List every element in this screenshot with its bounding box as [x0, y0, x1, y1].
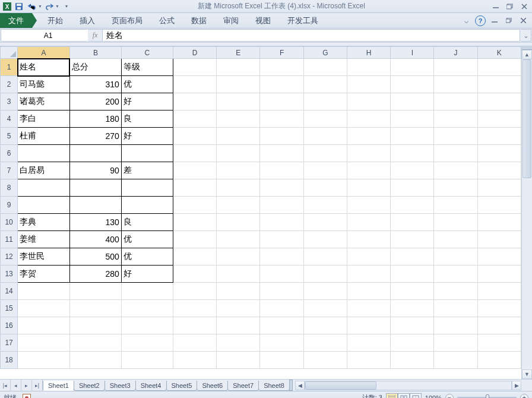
cell-D14[interactable] — [173, 283, 216, 300]
cell-A18[interactable] — [18, 352, 70, 369]
cell-A17[interactable] — [18, 334, 70, 352]
cell-G8[interactable] — [303, 179, 347, 197]
cell-B3[interactable]: 200 — [69, 93, 121, 110]
cell-I4[interactable] — [391, 110, 434, 128]
cell-K18[interactable] — [477, 352, 521, 369]
col-header-C[interactable]: C — [121, 47, 173, 59]
cell-C4[interactable]: 良 — [121, 110, 173, 128]
cell-D18[interactable] — [173, 352, 216, 369]
cell-D7[interactable] — [173, 162, 216, 179]
cell-J9[interactable] — [434, 197, 477, 214]
cell-E13[interactable] — [217, 266, 260, 283]
cell-G2[interactable] — [303, 76, 347, 93]
cell-G13[interactable] — [303, 266, 347, 283]
cell-I18[interactable] — [391, 352, 434, 369]
cell-E11[interactable] — [217, 231, 260, 248]
cell-C2[interactable]: 优 — [121, 76, 173, 93]
qat-customize-icon[interactable]: ▾ — [61, 1, 72, 12]
cell-C18[interactable] — [121, 352, 173, 369]
cell-A15[interactable] — [18, 300, 70, 317]
cell-C1[interactable]: 等级 — [121, 59, 173, 76]
cell-A6[interactable] — [18, 145, 70, 162]
cell-B14[interactable] — [69, 283, 121, 300]
col-header-K[interactable]: K — [477, 47, 521, 59]
cell-I7[interactable] — [391, 162, 434, 179]
sheet-tab-sheet1[interactable]: Sheet1 — [43, 381, 74, 391]
row-header-11[interactable]: 11 — [1, 231, 18, 248]
cell-B16[interactable] — [69, 317, 121, 334]
cell-A3[interactable]: 诸葛亮 — [18, 93, 70, 110]
cell-I1[interactable] — [391, 59, 434, 76]
cell-F12[interactable] — [260, 248, 303, 266]
cell-H3[interactable] — [347, 93, 391, 110]
cell-K2[interactable] — [477, 76, 521, 93]
cell-B1[interactable]: 总分 — [69, 59, 121, 76]
cell-B13[interactable]: 280 — [69, 266, 121, 283]
cell-I14[interactable] — [391, 283, 434, 300]
cell-I6[interactable] — [391, 145, 434, 162]
sheet-tab-sheet8[interactable]: Sheet8 — [258, 381, 290, 391]
cell-E18[interactable] — [217, 352, 260, 369]
cell-F3[interactable] — [260, 93, 303, 110]
ribbon-tab-1[interactable]: 插入 — [71, 13, 103, 28]
cell-K3[interactable] — [477, 93, 521, 110]
horizontal-scrollbar[interactable]: ◀ ▶ — [295, 380, 521, 391]
cell-D13[interactable] — [173, 266, 216, 283]
cell-A10[interactable]: 李典 — [18, 214, 70, 231]
cell-D5[interactable] — [173, 128, 216, 145]
cell-I9[interactable] — [391, 197, 434, 214]
cell-K6[interactable] — [477, 145, 521, 162]
cell-K12[interactable] — [477, 248, 521, 266]
cell-G12[interactable] — [303, 248, 347, 266]
row-header-17[interactable]: 17 — [1, 334, 18, 352]
cell-K14[interactable] — [477, 283, 521, 300]
cell-I15[interactable] — [391, 300, 434, 317]
cell-F17[interactable] — [260, 334, 303, 352]
row-header-15[interactable]: 15 — [1, 300, 18, 317]
cell-B18[interactable] — [69, 352, 121, 369]
cell-J1[interactable] — [434, 59, 477, 76]
cell-C8[interactable] — [121, 179, 173, 197]
cell-G14[interactable] — [303, 283, 347, 300]
cell-K7[interactable] — [477, 162, 521, 179]
cell-C15[interactable] — [121, 300, 173, 317]
cell-H11[interactable] — [347, 231, 391, 248]
cell-A8[interactable] — [18, 179, 70, 197]
row-header-4[interactable]: 4 — [1, 110, 18, 128]
cell-B4[interactable]: 180 — [69, 110, 121, 128]
cell-B7[interactable]: 90 — [69, 162, 121, 179]
cell-H16[interactable] — [347, 317, 391, 334]
cell-C6[interactable] — [121, 145, 173, 162]
row-header-6[interactable]: 6 — [1, 145, 18, 162]
cell-B10[interactable]: 130 — [69, 214, 121, 231]
cell-C11[interactable]: 优 — [121, 231, 173, 248]
workbook-restore-icon[interactable] — [504, 16, 514, 26]
cell-C14[interactable] — [121, 283, 173, 300]
cell-H6[interactable] — [347, 145, 391, 162]
cell-C10[interactable]: 良 — [121, 214, 173, 231]
workbook-close-icon[interactable] — [518, 16, 528, 26]
cell-K13[interactable] — [477, 266, 521, 283]
cell-E4[interactable] — [217, 110, 260, 128]
sheet-tab-sheet3[interactable]: Sheet3 — [104, 381, 136, 391]
ribbon-tab-0[interactable]: 开始 — [39, 13, 71, 28]
cell-K8[interactable] — [477, 179, 521, 197]
cell-E17[interactable] — [217, 334, 260, 352]
cell-J18[interactable] — [434, 352, 477, 369]
cell-E1[interactable] — [217, 59, 260, 76]
cell-B9[interactable] — [69, 197, 121, 214]
cell-B17[interactable] — [69, 334, 121, 352]
cell-E2[interactable] — [217, 76, 260, 93]
row-header-13[interactable]: 13 — [1, 266, 18, 283]
col-header-E[interactable]: E — [217, 47, 260, 59]
cell-B8[interactable] — [69, 179, 121, 197]
cell-A12[interactable]: 李世民 — [18, 248, 70, 266]
col-header-I[interactable]: I — [391, 47, 434, 59]
cell-H13[interactable] — [347, 266, 391, 283]
cell-E12[interactable] — [217, 248, 260, 266]
cell-B12[interactable]: 500 — [69, 248, 121, 266]
redo-icon[interactable] — [43, 1, 55, 12]
cell-D17[interactable] — [173, 334, 216, 352]
cell-K9[interactable] — [477, 197, 521, 214]
undo-dropdown-icon[interactable]: ▼ — [38, 4, 42, 8]
